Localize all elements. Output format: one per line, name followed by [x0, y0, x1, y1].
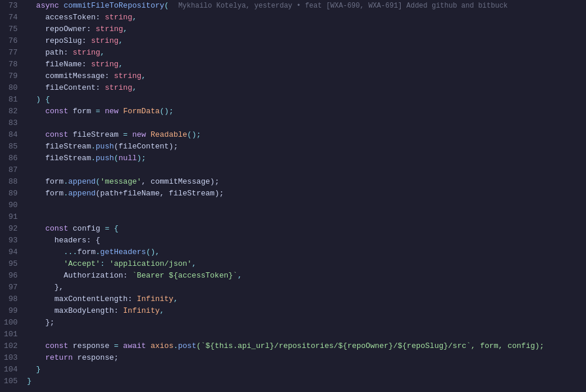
token-type: string	[91, 36, 118, 45]
token-param: (fileContent);	[114, 142, 178, 151]
line-content: repoSlug: string,	[25, 35, 586, 47]
token-punct: ();	[160, 107, 173, 116]
line-content: 'Accept': 'application/json',	[25, 258, 586, 270]
line-content: fileContent: string,	[25, 82, 586, 94]
token-str: 'Accept'	[63, 259, 100, 268]
token-param: fileStream	[27, 154, 91, 163]
line-number: 104	[0, 364, 25, 376]
token-type: string	[105, 83, 133, 92]
token-punct: }	[27, 377, 32, 386]
code-line: 74 accessToken: string,	[0, 12, 586, 23]
line-number: 81	[0, 94, 25, 106]
token-str: 'application/json'	[109, 259, 191, 268]
code-line: 89 form.append(path+fileName, fileStream…	[0, 188, 586, 200]
token-param: form	[73, 107, 91, 116]
code-line: 102 const response = await axios.post(`$…	[0, 340, 586, 352]
code-line: 101	[0, 329, 586, 340]
line-content: commitMessage: string,	[25, 70, 586, 82]
token-op: = {	[100, 224, 118, 233]
token-param	[27, 259, 63, 268]
code-line: 99 maxBodyLength: Infinity,	[0, 305, 586, 317]
code-line: 105}	[0, 376, 586, 387]
token-param: config	[73, 224, 100, 233]
code-line: 82 const form = new FormData();	[0, 106, 586, 117]
code-line: 77 path: string,	[0, 47, 586, 59]
code-line: 73 async commitFileToRepository(Mykhailo…	[0, 0, 586, 12]
line-number: 103	[0, 352, 25, 364]
token-param: repoOwner:	[27, 25, 96, 33]
line-number: 98	[0, 293, 25, 305]
token-type: string	[96, 25, 123, 33]
token-fn: push	[96, 154, 114, 163]
line-content: }	[25, 376, 586, 387]
token-punct: ,	[132, 83, 137, 92]
line-number: 83	[0, 117, 25, 129]
line-content: repoOwner: string,	[25, 23, 586, 35]
token-punct: ,	[238, 271, 242, 280]
token-type: string	[73, 48, 100, 57]
token-fn: commitFileToRepository	[63, 1, 164, 10]
line-content: async commitFileToRepository(Mykhailo Ko…	[25, 0, 586, 12]
code-line: 87	[0, 164, 586, 176]
token-op: .	[174, 342, 178, 350]
token-kw: new	[105, 107, 123, 116]
token-template: `Bearer ${accessToken}`	[132, 271, 237, 280]
token-param: maxBodyLength:	[27, 306, 123, 315]
token-param: accessToken:	[27, 13, 105, 22]
token-spread: ...	[63, 248, 77, 256]
token-param: fileStream	[73, 130, 118, 139]
token-punct: ();	[187, 130, 201, 139]
token-param: repoSlug:	[27, 36, 91, 45]
token-param: maxContentLength:	[27, 295, 137, 303]
token-param: path:	[27, 48, 73, 57]
token-param: headers: {	[27, 236, 100, 245]
token-param: Authorization:	[27, 271, 132, 280]
token-param: fileStream	[27, 142, 91, 151]
token-fn: push	[96, 142, 114, 151]
line-content: fileStream.push(fileContent);	[25, 141, 586, 153]
token-op: =	[109, 342, 123, 350]
token-param	[27, 130, 45, 139]
line-number: 85	[0, 141, 25, 153]
token-param: form	[27, 189, 63, 198]
line-number: 100	[0, 317, 25, 329]
token-param: fileContent:	[27, 83, 105, 92]
code-line: 91	[0, 211, 586, 223]
line-content: },	[25, 282, 586, 293]
line-content: maxBodyLength: Infinity,	[25, 305, 586, 317]
token-punct: {	[45, 95, 50, 104]
line-number: 77	[0, 47, 25, 59]
line-number: 105	[0, 376, 25, 387]
token-param: fileName:	[27, 60, 91, 69]
token-type: string	[91, 60, 118, 69]
line-content: path: string,	[25, 47, 586, 59]
token-fn: post	[178, 342, 197, 350]
line-content: ...form.getHeaders(),	[25, 246, 586, 258]
token-kw: new	[132, 130, 150, 139]
code-line: 103 return response;	[0, 352, 586, 364]
token-punct: ,	[123, 25, 128, 33]
token-param: form	[77, 248, 96, 256]
line-content: form.append('message', commitMessage);	[25, 176, 586, 188]
token-punct: (	[96, 177, 100, 186]
token-param	[27, 342, 45, 350]
line-number: 97	[0, 282, 25, 293]
line-number: 87	[0, 164, 25, 176]
token-punct: }	[27, 365, 40, 374]
code-editor: 73 async commitFileToRepository(Mykhailo…	[0, 0, 586, 392]
token-param	[27, 248, 63, 256]
token-param: };	[27, 318, 55, 327]
line-number: 88	[0, 176, 25, 188]
token-type: string	[105, 13, 133, 22]
token-type: string	[114, 72, 141, 80]
token-punct: ,	[160, 306, 164, 315]
code-line: 100 };	[0, 317, 586, 329]
token-op: .	[96, 248, 100, 256]
line-number: 96	[0, 270, 25, 282]
token-param	[27, 353, 45, 362]
token-op: :	[100, 259, 110, 268]
token-punct: ,	[192, 259, 197, 268]
token-param: , commitMessage);	[141, 177, 219, 186]
line-content: fileName: string,	[25, 59, 586, 70]
line-content: };	[25, 317, 586, 329]
